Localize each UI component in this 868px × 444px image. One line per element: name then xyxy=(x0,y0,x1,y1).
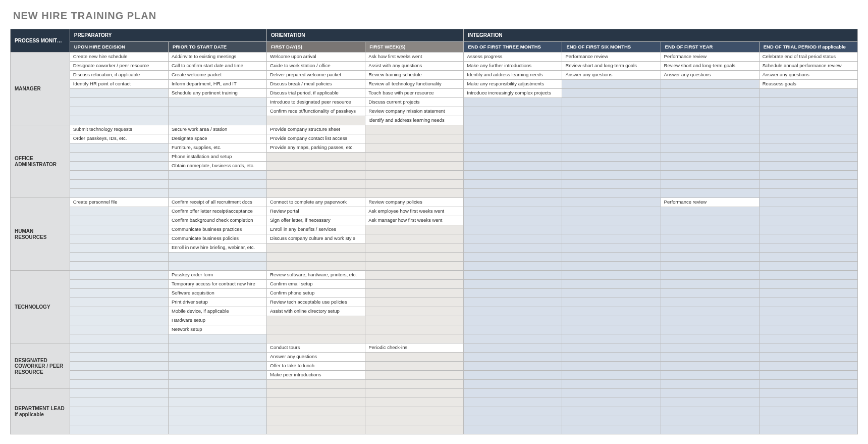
cell[interactable] xyxy=(661,207,759,216)
cell[interactable] xyxy=(661,298,759,307)
cell[interactable]: Enroll in any benefits / services xyxy=(267,225,365,234)
cell[interactable]: Create welcome packet xyxy=(168,71,266,80)
cell[interactable] xyxy=(759,316,857,325)
cell[interactable]: Confirm background check completion xyxy=(168,216,266,225)
cell[interactable]: Communicate business policies xyxy=(168,234,266,243)
cell[interactable]: Review short and long-term goals xyxy=(661,62,759,71)
cell[interactable] xyxy=(70,116,168,125)
cell[interactable] xyxy=(562,334,661,343)
cell[interactable] xyxy=(365,243,464,253)
cell[interactable] xyxy=(267,189,365,198)
cell[interactable] xyxy=(562,407,661,416)
cell[interactable] xyxy=(661,253,759,262)
cell[interactable]: Review software, hardware, printers, etc… xyxy=(267,271,365,280)
cell[interactable] xyxy=(759,343,857,353)
cell[interactable] xyxy=(70,353,168,362)
cell[interactable] xyxy=(562,116,661,125)
cell[interactable] xyxy=(661,162,759,171)
cell[interactable] xyxy=(168,362,266,371)
cell[interactable]: Performance review xyxy=(562,53,661,62)
cell[interactable] xyxy=(759,180,857,189)
cell[interactable] xyxy=(562,398,661,407)
cell[interactable]: Schedule annual performance review xyxy=(759,62,857,71)
cell[interactable] xyxy=(562,425,661,434)
cell[interactable] xyxy=(365,289,464,298)
cell[interactable] xyxy=(464,216,562,225)
cell[interactable] xyxy=(759,280,857,289)
cell[interactable]: Designate space xyxy=(168,134,266,143)
cell[interactable] xyxy=(70,362,168,371)
cell[interactable] xyxy=(365,180,464,189)
cell[interactable]: Designate coworker / peer resource xyxy=(70,62,168,71)
cell[interactable] xyxy=(759,289,857,298)
cell[interactable] xyxy=(562,353,661,362)
cell[interactable]: Ask how first weeks went xyxy=(365,53,464,62)
cell[interactable]: Review tech acceptable use policies xyxy=(267,298,365,307)
cell[interactable] xyxy=(759,380,857,389)
cell[interactable] xyxy=(562,216,661,225)
cell[interactable] xyxy=(365,389,464,398)
cell[interactable]: Hardware setup xyxy=(168,316,266,325)
cell[interactable] xyxy=(168,171,266,180)
cell[interactable] xyxy=(365,307,464,316)
cell[interactable]: Create personnel file xyxy=(70,198,168,207)
cell[interactable] xyxy=(464,407,562,416)
cell[interactable] xyxy=(759,134,857,143)
cell[interactable] xyxy=(759,398,857,407)
cell[interactable]: Confirm offer letter receipt/acceptance xyxy=(168,207,266,216)
cell[interactable] xyxy=(661,343,759,353)
cell[interactable] xyxy=(464,271,562,280)
cell[interactable] xyxy=(464,425,562,434)
cell[interactable]: Reassess goals xyxy=(759,80,857,89)
cell[interactable] xyxy=(70,189,168,198)
cell[interactable] xyxy=(562,416,661,425)
cell[interactable]: Conduct tours xyxy=(267,343,365,353)
cell[interactable] xyxy=(70,234,168,243)
cell[interactable] xyxy=(661,216,759,225)
cell[interactable]: Add/invite to existing meetings xyxy=(168,53,266,62)
cell[interactable] xyxy=(661,371,759,380)
cell[interactable] xyxy=(759,362,857,371)
cell[interactable] xyxy=(267,425,365,434)
cell[interactable] xyxy=(365,298,464,307)
cell[interactable] xyxy=(464,325,562,334)
cell[interactable] xyxy=(168,389,266,398)
cell[interactable] xyxy=(70,407,168,416)
cell[interactable] xyxy=(365,153,464,162)
cell[interactable]: Provide company contact list access xyxy=(267,134,365,143)
cell[interactable] xyxy=(562,389,661,398)
cell[interactable] xyxy=(464,389,562,398)
cell[interactable] xyxy=(267,316,365,325)
cell[interactable] xyxy=(70,107,168,116)
cell[interactable] xyxy=(267,389,365,398)
cell[interactable] xyxy=(70,243,168,253)
cell[interactable] xyxy=(365,189,464,198)
cell[interactable] xyxy=(70,271,168,280)
cell[interactable] xyxy=(168,116,266,125)
cell[interactable]: Deliver prepared welcome packet xyxy=(267,71,365,80)
cell[interactable] xyxy=(562,307,661,316)
cell[interactable] xyxy=(759,425,857,434)
cell[interactable] xyxy=(661,398,759,407)
cell[interactable]: Call to confirm start date and time xyxy=(168,62,266,71)
cell[interactable] xyxy=(365,134,464,143)
cell[interactable] xyxy=(562,380,661,389)
cell[interactable]: Discuss current projects xyxy=(365,98,464,107)
cell[interactable] xyxy=(661,98,759,107)
cell[interactable]: Performance review xyxy=(661,53,759,62)
cell[interactable] xyxy=(759,107,857,116)
cell[interactable]: Guide to work station / office xyxy=(267,62,365,71)
cell[interactable] xyxy=(267,262,365,271)
cell[interactable] xyxy=(464,225,562,234)
cell[interactable]: Confirm receipt of all recruitment docs xyxy=(168,198,266,207)
cell[interactable]: Enroll in new hire briefing, webinar, et… xyxy=(168,243,266,253)
cell[interactable] xyxy=(661,353,759,362)
cell[interactable]: Introduce increasingly complex projects xyxy=(464,89,562,98)
cell[interactable] xyxy=(70,180,168,189)
cell[interactable] xyxy=(168,416,266,425)
cell[interactable] xyxy=(562,198,661,207)
cell[interactable]: Discuss relocation, if applicable xyxy=(70,71,168,80)
cell[interactable]: Discuss company culture and work style xyxy=(267,234,365,243)
cell[interactable]: Make peer introductions xyxy=(267,371,365,380)
cell[interactable] xyxy=(365,225,464,234)
